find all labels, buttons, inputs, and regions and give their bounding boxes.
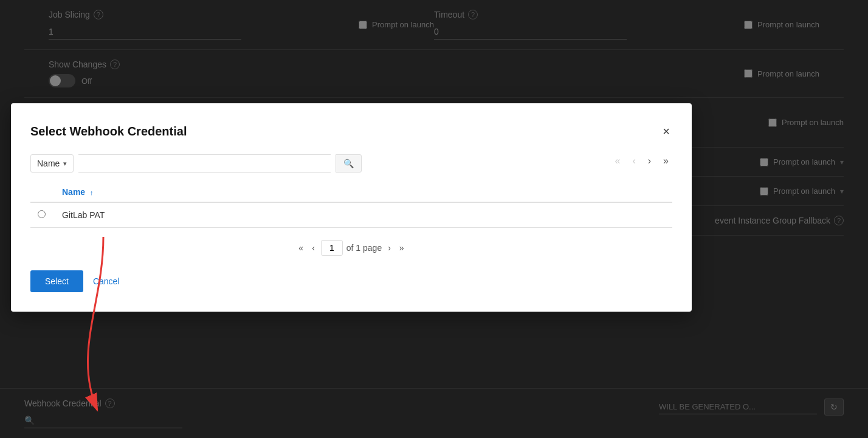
page-last-button[interactable]: » (397, 242, 407, 254)
modal-close-button[interactable]: × (660, 123, 672, 140)
select-webhook-credential-modal: Select Webhook Credential × Name ▾ 🔍 « ‹… (11, 103, 692, 312)
select-button[interactable]: Select (30, 270, 83, 292)
page-next-button[interactable]: › (644, 154, 655, 168)
table-body: GitLab PAT (30, 202, 672, 228)
table-header-row: Name ↑ (30, 182, 672, 202)
name-sort-icon[interactable]: ↑ (90, 189, 94, 196)
modal-title: Select Webhook Credential (30, 125, 187, 139)
credentials-table: Name ↑ GitLab PAT (30, 182, 672, 228)
table-row-name-cell: GitLab PAT (55, 202, 672, 228)
table-row: GitLab PAT (30, 202, 672, 228)
modal-search-button[interactable]: 🔍 (336, 154, 362, 173)
table-row-radio-cell[interactable] (30, 202, 55, 228)
filter-name-label: Name (37, 159, 60, 168)
modal-footer: Select Cancel (30, 270, 672, 292)
page-prev-prev-button[interactable]: « (611, 154, 624, 168)
page-next-btn-bottom[interactable]: › (385, 242, 393, 254)
page-number-input[interactable] (321, 240, 343, 256)
modal-header: Select Webhook Credential × (30, 123, 672, 140)
pagination-bottom: « ‹ of 1 page › » (30, 240, 672, 256)
page-prev-button[interactable]: ‹ (629, 154, 639, 168)
page-of-text: of 1 page (346, 243, 382, 253)
gitlab-pat-radio[interactable] (38, 210, 46, 218)
modal-search-input[interactable] (78, 154, 331, 173)
page-prev-btn-bottom[interactable]: ‹ (309, 242, 317, 254)
pagination-top: « ‹ › » (611, 154, 672, 168)
modal-filter-row: Name ▾ 🔍 « ‹ › » (30, 154, 672, 173)
filter-chevron-icon: ▾ (63, 160, 67, 168)
table-header-name: Name ↑ (55, 182, 672, 202)
table-header-select (30, 182, 55, 202)
filter-name-dropdown[interactable]: Name ▾ (30, 154, 74, 173)
modal-search-icon: 🔍 (343, 159, 354, 168)
page-next-next-button[interactable]: » (660, 154, 672, 168)
table-header: Name ↑ (30, 182, 672, 202)
cancel-button[interactable]: Cancel (93, 270, 120, 292)
page-first-button[interactable]: « (296, 242, 306, 254)
